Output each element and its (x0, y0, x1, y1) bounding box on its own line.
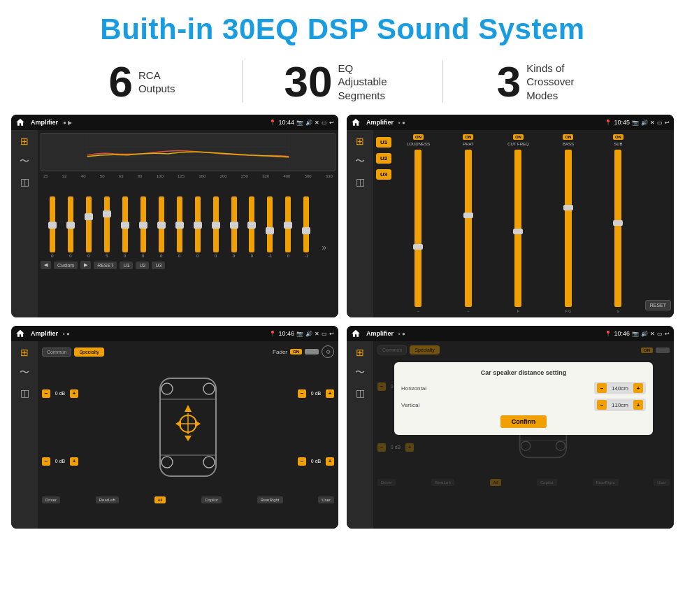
freq-200: 200 (220, 174, 227, 178)
horizontal-label: Horizontal (401, 385, 440, 392)
u1-crossover-button[interactable]: U1 (376, 137, 391, 148)
db-plus-2[interactable]: + (70, 457, 78, 466)
slider-10[interactable]: 0 (213, 196, 219, 258)
freq-25: 25 (43, 174, 48, 178)
fader-slider-mini[interactable] (305, 349, 319, 354)
tab-common-4: Common (377, 345, 407, 354)
volume-icon-3: 🔊 (305, 331, 312, 337)
slider-14[interactable]: 0 (285, 196, 291, 258)
vertical-minus[interactable]: − (597, 400, 607, 410)
speaker-icon[interactable]: ◫ (20, 176, 29, 187)
driver-button[interactable]: Driver (42, 496, 60, 503)
wave-icon-3[interactable]: 〜 (20, 366, 29, 379)
preset-custom-button[interactable]: Custom (54, 262, 78, 269)
slider-13[interactable]: -1 (267, 196, 273, 258)
speaker-icon-4[interactable]: ◫ (356, 387, 365, 399)
slider-9[interactable]: 0 (195, 196, 201, 258)
copilot-button[interactable]: Copilot (201, 496, 222, 503)
bass-on[interactable]: ON (563, 134, 573, 140)
reset-button[interactable]: RESET (94, 262, 117, 269)
slider-2[interactable]: 0 (68, 196, 73, 258)
slider-5[interactable]: 0 (122, 196, 128, 258)
eq-icon[interactable]: ⊞ (20, 136, 29, 147)
db-minus-4[interactable]: − (298, 457, 306, 466)
camera-icon-3: 📷 (296, 331, 303, 337)
screen2-sidebar: ⊞ 〜 ◫ (347, 130, 373, 317)
screen4-sidebar: ⊞ 〜 ◫ (347, 341, 373, 529)
cutfreq-on[interactable]: ON (513, 134, 524, 140)
speaker-icon-2[interactable]: ◫ (356, 176, 365, 187)
slider-7[interactable]: 0 (159, 196, 164, 258)
confirm-button[interactable]: Confirm (500, 415, 547, 428)
channel-sub: ON SUB G (594, 134, 642, 313)
u2-crossover-button[interactable]: U2 (376, 153, 391, 164)
eq-val-11: 0 (233, 254, 235, 258)
eq-icon-2[interactable]: ⊞ (356, 136, 364, 147)
wave-icon-4[interactable]: 〜 (355, 366, 365, 379)
slider-8[interactable]: 0 (177, 196, 182, 258)
eq-val-2: 0 (69, 254, 71, 258)
rearleft-button[interactable]: RearLeft (96, 496, 119, 503)
vertical-plus[interactable]: + (633, 400, 643, 410)
eq-val-3: 0 (87, 254, 89, 258)
eq-sliders: 0 0 0 5 0 (41, 181, 336, 258)
horizontal-minus[interactable]: − (597, 383, 607, 393)
screen4-time: 10:46 (614, 330, 630, 337)
slider-15[interactable]: -1 (303, 196, 309, 258)
u3-button[interactable]: U3 (152, 262, 165, 269)
all-button[interactable]: All (154, 496, 166, 503)
eq-bottom-bar: ◀ Custom ▶ RESET U1 U2 U3 (41, 258, 336, 269)
status-icons-4: 📍 10:46 📷 🔊 ✕ ▭ ↩ (605, 330, 670, 337)
eq-val-5: 0 (124, 254, 126, 258)
slider-1[interactable]: 0 (50, 196, 55, 258)
eq-icon-3[interactable]: ⊞ (20, 347, 29, 358)
wave-icon[interactable]: 〜 (20, 155, 29, 168)
screen3-title: Amplifier (31, 330, 58, 337)
svg-marker-16 (175, 420, 181, 427)
speaker-icon-3[interactable]: ◫ (20, 387, 29, 399)
phat-on[interactable]: ON (463, 134, 473, 140)
db-minus-1[interactable]: − (42, 389, 50, 398)
eq-icon-4[interactable]: ⊞ (356, 347, 364, 358)
tab-common[interactable]: Common (42, 348, 71, 357)
screen1-sidebar: ⊞ 〜 ◫ (11, 130, 38, 317)
slider-6[interactable]: 0 (140, 196, 146, 258)
prev-button[interactable]: ◀ (41, 261, 51, 269)
db-plus-3[interactable]: + (326, 389, 334, 398)
u1-button[interactable]: U1 (120, 262, 133, 269)
db-plus-1[interactable]: + (70, 389, 78, 398)
user-button-3[interactable]: User (318, 496, 334, 503)
slider-12[interactable]: 0 (249, 196, 254, 258)
settings-icon[interactable]: ⚙ (322, 345, 334, 358)
reset-crossover-button[interactable]: RESET (645, 300, 671, 310)
freq-125: 125 (178, 174, 185, 178)
location-icon-2: 📍 (605, 120, 612, 126)
sub-on[interactable]: ON (613, 134, 623, 140)
u3-crossover-button[interactable]: U3 (376, 169, 391, 180)
screen4-bg-bottom: Driver RearLeft All Copilot RearRight Us… (377, 479, 670, 486)
slider-4[interactable]: 5 (104, 196, 110, 258)
freq-63: 63 (119, 174, 124, 178)
db-row-4: − 0 dB + (298, 457, 334, 466)
eq-val-7: 0 (160, 254, 162, 258)
eq-val-9: 0 (196, 254, 199, 258)
play-button[interactable]: ▶ (80, 261, 91, 269)
u2-button[interactable]: U2 (136, 262, 149, 269)
slider-11[interactable]: 0 (231, 196, 237, 258)
status-icons-2: 📍 10:45 📷 🔊 ✕ ▭ ↩ (605, 119, 670, 126)
wave-icon-2[interactable]: 〜 (355, 155, 365, 168)
slider-3[interactable]: 0 (86, 196, 92, 258)
stat-number-eq: 30 (284, 60, 333, 103)
db-plus-4[interactable]: + (326, 457, 334, 466)
screen1-time: 10:44 (278, 119, 294, 126)
rearright-button[interactable]: RearRight (257, 496, 283, 503)
horizontal-plus[interactable]: + (633, 383, 643, 393)
loudness-on[interactable]: ON (413, 134, 424, 140)
eq-freq-labels: 25 32 40 50 63 80 100 125 160 200 250 32… (41, 174, 336, 178)
window-icon-2: ▭ (657, 120, 663, 126)
db-minus-3[interactable]: − (298, 389, 306, 398)
tab-specialty[interactable]: Specialty (74, 348, 103, 357)
fader-on-toggle[interactable]: ON (290, 349, 302, 354)
db-minus-2[interactable]: − (42, 457, 50, 466)
freq-500: 500 (305, 174, 312, 178)
